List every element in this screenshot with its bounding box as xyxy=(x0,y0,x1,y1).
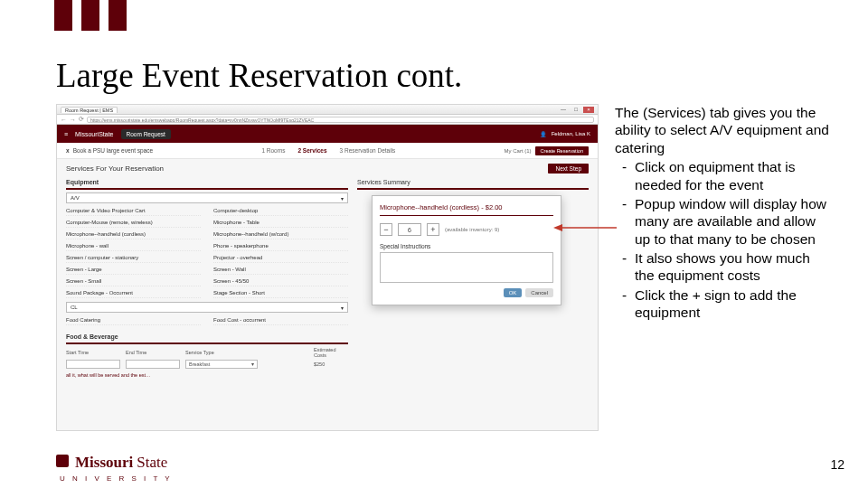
av-item[interactable]: Screen - 45/50 xyxy=(213,277,348,286)
browser-address-bar: ← → ⟳ https://ems.missouristate.edu/emsw… xyxy=(57,115,598,125)
food-start-time-input[interactable] xyxy=(66,360,120,369)
user-name[interactable]: Feldman, Lisa K xyxy=(552,131,590,136)
my-cart-link[interactable]: My Cart (1) xyxy=(505,148,532,154)
university-label: U N I V E R S I T Y xyxy=(60,474,173,483)
window-close-icon[interactable]: × xyxy=(583,107,594,113)
page-number: 12 xyxy=(830,457,844,472)
browser-tab[interactable]: Room Request | EMS xyxy=(61,107,118,113)
slide-accent-bars xyxy=(54,0,127,31)
av-item[interactable]: Screen - Small xyxy=(66,277,201,286)
av-item[interactable]: Computer & Video Projector Cart xyxy=(66,206,201,216)
av-item[interactable]: Stage Section - Short xyxy=(213,288,348,298)
nav-fwd-icon[interactable]: → xyxy=(70,117,76,123)
chevron-down-icon: ▾ xyxy=(341,195,344,202)
hamburger-icon[interactable]: ≡ xyxy=(64,131,68,137)
food-note: all it, what will be served and the est… xyxy=(66,372,348,378)
av-dropdown[interactable]: A/V▾ xyxy=(66,192,348,203)
available-inventory-label: (available inventory: 9) xyxy=(445,227,499,232)
food-section-header: Food & Beverage xyxy=(66,331,348,344)
explain-bullet: Click on equipment that is needed for th… xyxy=(626,158,832,193)
av-item[interactable]: Screen - Wall xyxy=(213,265,348,275)
av-item[interactable]: Microphone - wall xyxy=(66,241,201,251)
services-summary-header: Services Summary xyxy=(357,176,589,190)
av-item[interactable]: Computer-Mouse (remote, wireless) xyxy=(66,218,201,228)
food-cost-item[interactable]: Food Cost - occurrent xyxy=(213,315,348,325)
qty-minus-button[interactable]: − xyxy=(380,223,392,236)
explain-lead-a: The (Services) tab xyxy=(615,105,733,120)
nav-reload-icon[interactable]: ⟳ xyxy=(79,116,84,123)
nav-back-icon[interactable]: ← xyxy=(61,117,67,123)
food-catering-item[interactable]: Food Catering xyxy=(66,315,201,325)
food-header-row: Start TimeEnd TimeService TypeEstimated … xyxy=(66,347,348,358)
booking-template-name: Book a PSU large event space xyxy=(73,147,154,154)
popup-ok-button[interactable]: OK xyxy=(504,288,523,297)
callout-arrow-icon xyxy=(553,221,617,234)
popup-cancel-button[interactable]: Cancel xyxy=(525,288,553,297)
av-items-grid: Computer & Video Projector CartComputer-… xyxy=(66,206,348,298)
app-header: ≡ MissouriState Room Request 👤 Feldman, … xyxy=(57,125,598,143)
app-brand: MissouriState xyxy=(75,131,113,137)
popup-title: Microphone--handheld (cordless) - $2.00 xyxy=(380,203,553,216)
embedded-screenshot: Room Request | EMS — □ × ← → ⟳ https://e… xyxy=(56,104,599,431)
special-instructions-label: Special Instructions xyxy=(380,243,553,249)
app-page-label: Room Request xyxy=(121,129,171,139)
step-services[interactable]: 2 Services xyxy=(297,147,326,154)
window-maximize-icon[interactable]: □ xyxy=(571,107,581,113)
next-step-button[interactable]: Next Step xyxy=(548,164,589,174)
bear-icon xyxy=(56,455,69,467)
create-reservation-button[interactable]: Create Reservation xyxy=(535,146,589,155)
url-field[interactable]: https://ems.missouristate.edu/emswebapp/… xyxy=(87,117,594,123)
services-heading: Services For Your Reservation xyxy=(66,164,164,173)
user-icon[interactable]: 👤 xyxy=(540,131,546,137)
explain-bullet: Popup window will display how many are a… xyxy=(626,195,832,248)
av-item[interactable]: Sound Package - Occurrent xyxy=(66,288,201,298)
food-service-select[interactable]: Breakfast▾ xyxy=(185,360,258,369)
booking-steps-bar: x Book a PSU large event space 1 Rooms 2… xyxy=(57,143,598,159)
av-item[interactable]: Microphone--handheld (cordless) xyxy=(66,230,201,239)
step-details[interactable]: 3 Reservation Details xyxy=(340,147,396,154)
av-item[interactable]: Phone - speakerphone xyxy=(213,241,348,251)
food-end-time-input[interactable] xyxy=(126,360,180,369)
av-item[interactable]: Microphone - Table xyxy=(213,218,348,228)
av-item[interactable]: Screen - Large xyxy=(66,265,201,275)
svg-marker-1 xyxy=(553,224,562,231)
equipment-popup: Microphone--handheld (cordless) - $2.00 … xyxy=(372,195,561,305)
close-booking-icon[interactable]: x xyxy=(66,147,70,154)
cl-dropdown[interactable]: CL▾ xyxy=(66,302,348,313)
special-instructions-textarea[interactable] xyxy=(380,252,553,283)
step-rooms[interactable]: 1 Rooms xyxy=(261,147,285,154)
window-minimize-icon[interactable]: — xyxy=(558,107,569,113)
av-item[interactable]: Projector - overhead xyxy=(213,253,348,263)
av-item[interactable]: Microphone--handheld (w/cord) xyxy=(213,230,348,239)
food-est-cost: $250 xyxy=(314,361,350,367)
explain-bullet: Click the + sign to add the equipment xyxy=(626,286,832,322)
chevron-down-icon: ▾ xyxy=(341,305,344,311)
explanation-text: The (Services) tab gives you the ability… xyxy=(615,104,832,324)
equipment-section-header: Equipment xyxy=(66,176,348,190)
browser-tab-bar: Room Request | EMS — □ × xyxy=(57,105,598,115)
qty-plus-button[interactable]: + xyxy=(427,223,439,236)
slide-title: Large Event Reservation cont. xyxy=(56,56,462,95)
av-item[interactable]: Computer-desktop xyxy=(213,206,348,216)
qty-value-input[interactable]: 6 xyxy=(398,223,421,236)
av-item[interactable]: Screen / computer - stationary xyxy=(66,253,201,263)
missouri-state-logo: Missouri State xyxy=(56,454,167,472)
explain-bullet: It also shows you how much the equipment… xyxy=(626,249,832,285)
